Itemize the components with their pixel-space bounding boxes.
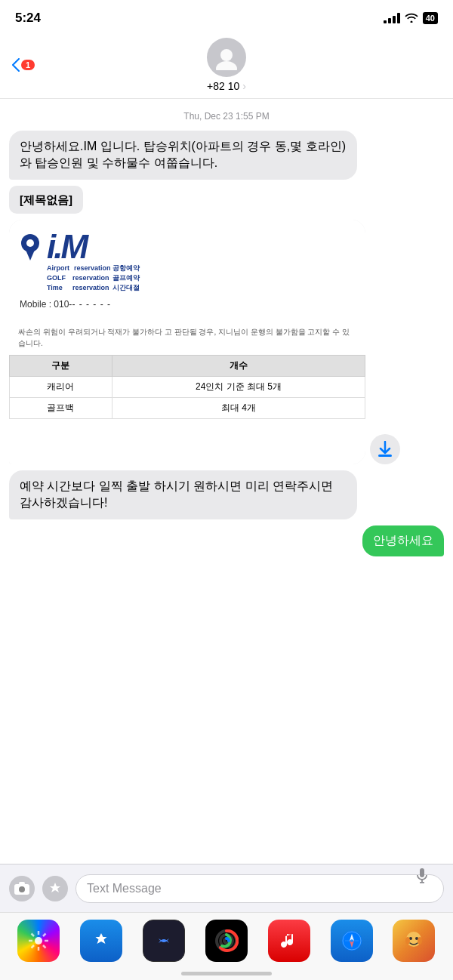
- svg-point-1: [216, 61, 237, 70]
- music-icon: [279, 930, 300, 951]
- appstore-icon: [90, 929, 112, 952]
- svg-point-7: [19, 886, 25, 892]
- message-row: 안녕하세요.IM 입니다. 탑승위치(아파트의 경우 동,몇 호라인)와 탑승인…: [9, 131, 444, 180]
- table-cell: 골프백: [10, 397, 112, 418]
- mic-button[interactable]: [417, 868, 427, 887]
- sent-preview-bubble: 안녕하세요: [362, 525, 444, 556]
- card-warning: 싸손의 위험이 우려되거나 적재가 불가하다 고 판단될 경우, 지니님이 운행…: [9, 320, 365, 355]
- download-button[interactable]: [370, 434, 400, 464]
- message-bubble-received-1: 안녕하세요.IM 입니다. 탑승위치(아파트의 경우 동,몇 호라인)와 탑승인…: [9, 131, 357, 180]
- svg-point-12: [35, 937, 42, 945]
- back-badge: 1: [21, 60, 35, 70]
- dock-activity[interactable]: [205, 920, 248, 962]
- message-row: 안녕하세요: [9, 525, 444, 556]
- message-input[interactable]: Text Message: [76, 874, 444, 903]
- wifi-icon: [405, 12, 418, 25]
- dock-photos[interactable]: [17, 920, 60, 962]
- dock-shazam[interactable]: [143, 920, 185, 962]
- card-bubble: i.M Airport reservation 공항예약 GOLF reserv…: [9, 220, 365, 464]
- card-logo-area: i.M Airport reservation 공항예약 GOLF reserv…: [9, 220, 365, 320]
- avatar: [207, 38, 246, 77]
- dock-appstore[interactable]: [80, 920, 122, 962]
- table-header-category: 구분: [10, 355, 112, 376]
- svg-line-18: [43, 945, 46, 948]
- dock-music[interactable]: [268, 920, 310, 962]
- table-header-count: 개수: [112, 355, 365, 376]
- table-cell: 캐리어: [10, 376, 112, 397]
- input-bar: Text Message: [0, 864, 453, 912]
- message-row: [제목없음]: [9, 186, 444, 214]
- status-icons: 40: [384, 12, 438, 25]
- table-cell: 24인치 기준 최대 5개: [112, 376, 365, 397]
- chat-timestamp: Thu, Dec 23 1:55 PM: [9, 111, 444, 122]
- nav-header: 1 +82 10 ›: [0, 33, 453, 99]
- status-time: 5:24: [15, 11, 41, 26]
- brand-logo-text: i.M: [47, 230, 140, 263]
- message-row: 예약 시간보다 일찍 출발 하시기 원하시면 미리 연락주시면 감사하겠습니다!: [9, 470, 444, 519]
- svg-point-3: [26, 239, 34, 247]
- dock-memoji[interactable]: [393, 920, 435, 962]
- no-title-tag: [제목없음]: [9, 186, 83, 214]
- card-mobile: Mobile : 010-- - - - - -: [20, 299, 111, 310]
- svg-marker-4: [26, 250, 35, 260]
- battery-icon: 40: [423, 12, 438, 24]
- input-placeholder: Text Message: [87, 882, 162, 895]
- avatar-container[interactable]: +82 10 ›: [207, 38, 246, 92]
- activity-icon: [214, 929, 239, 953]
- shazam-icon: [153, 929, 175, 952]
- card-container: i.M Airport reservation 공항예약 GOLF reserv…: [9, 220, 444, 464]
- svg-rect-5: [378, 455, 392, 457]
- signal-icon: [384, 13, 400, 23]
- photos-icon: [27, 929, 50, 952]
- dock: [0, 912, 453, 980]
- svg-line-20: [32, 945, 35, 948]
- svg-rect-9: [420, 868, 424, 877]
- svg-point-34: [418, 937, 422, 945]
- home-indicator: [181, 972, 272, 975]
- chat-area: Thu, Dec 23 1:55 PM 안녕하세요.IM 입니다. 탑승위치(아…: [0, 99, 453, 861]
- services-table: Airport reservation 공항예약 GOLF reservatio…: [47, 263, 140, 293]
- card-inner: i.M Airport reservation 공항예약 GOLF reserv…: [9, 220, 365, 464]
- luggage-table: 구분 개수 캐리어 24인치 기준 최대 5개 골프백 최대 4개: [9, 355, 365, 419]
- map-pin-icon: [20, 233, 41, 260]
- back-button[interactable]: 1: [12, 58, 35, 72]
- table-cell: 최대 4개: [112, 397, 365, 418]
- svg-point-33: [405, 937, 410, 945]
- appstore-button[interactable]: [42, 876, 68, 901]
- status-bar: 5:24 40: [0, 0, 453, 33]
- svg-line-19: [43, 933, 46, 936]
- dock-safari[interactable]: [331, 920, 373, 962]
- contact-number[interactable]: +82 10 ›: [207, 80, 246, 92]
- safari-icon: [341, 929, 363, 952]
- table-row: 골프백 최대 4개: [10, 397, 365, 418]
- camera-button[interactable]: [9, 876, 35, 901]
- memoji-icon: [402, 929, 426, 953]
- chevron-right-icon: ›: [242, 80, 246, 92]
- svg-point-0: [220, 49, 233, 61]
- svg-line-17: [32, 933, 35, 936]
- message-bubble-received-2: 예약 시간보다 일찍 출발 하시기 원하시면 미리 연락주시면 감사하겠습니다!: [9, 470, 357, 519]
- table-row: 캐리어 24인치 기준 최대 5개: [10, 376, 365, 397]
- svg-rect-8: [19, 882, 25, 885]
